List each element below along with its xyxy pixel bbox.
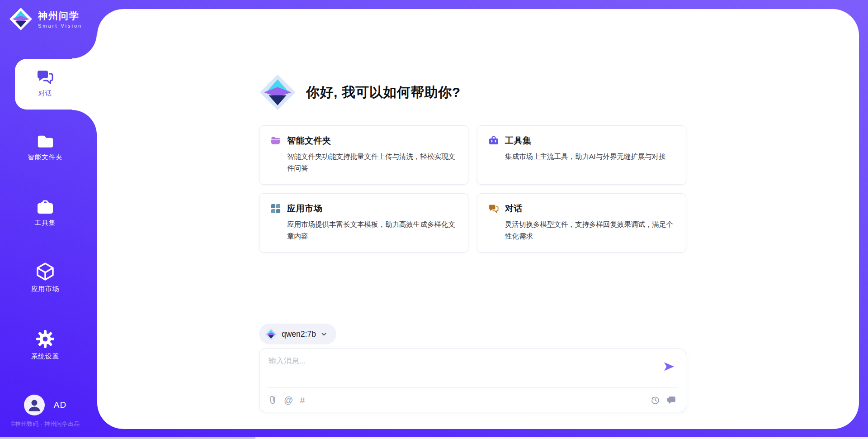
brand-logo: 神州问学 Smart Vision [9, 7, 82, 31]
chat-bubbles-icon [36, 68, 54, 86]
chat-bubbles-icon [488, 203, 499, 214]
sidebar-item-label: 智能文件夹 [28, 153, 63, 162]
model-selector[interactable]: qwen2:7b [259, 324, 336, 344]
user-profile[interactable]: AD [0, 395, 90, 415]
sidebar: 神州问学 Smart Vision 对话 智能文件夹 工具集 [0, 0, 97, 439]
sidebar-item-toolset[interactable]: 工具集 [0, 198, 90, 227]
brand-diamond-icon [9, 7, 33, 31]
card-title: 应用市场 [287, 203, 322, 215]
sidebar-item-chat[interactable]: 对话 [0, 68, 90, 98]
folder-icon [36, 133, 55, 150]
card-description: 应用市场提供丰富长文本模板，助力高效生成多样化文章内容 [287, 219, 457, 242]
greeting-block: 你好, 我可以如何帮助你? [259, 74, 461, 111]
card-title: 智能文件夹 [287, 135, 331, 147]
sidebar-item-label: 系统设置 [31, 352, 59, 361]
card-smart-folder[interactable]: 智能文件夹 智能文件夹功能支持批量文件上传与清洗，轻松实现文件问答 [259, 125, 468, 185]
copyright-footer: ©神州数码 · 神州问学出品 [0, 420, 90, 428]
folder-open-icon [270, 135, 281, 146]
person-icon [24, 395, 45, 415]
message-composer: @ # [259, 348, 686, 412]
mention-icon[interactable]: @ [284, 396, 293, 405]
sidebar-item-label: 工具集 [35, 219, 56, 227]
brand-name: 神州问学 [38, 10, 82, 22]
brand-diamond-icon [259, 74, 296, 111]
briefcase-icon [36, 198, 54, 215]
brand-subtitle: Smart Vision [38, 23, 82, 29]
horizontal-scrollbar [0, 437, 868, 439]
model-name: qwen2:7b [282, 329, 316, 339]
message-input[interactable] [259, 349, 686, 387]
card-chat[interactable]: 对话 灵活切换多模型文件，支持多样回复效果调试，满足个性化需求 [477, 193, 686, 253]
feature-cards: 智能文件夹 智能文件夹功能支持批量文件上传与清洗，轻松实现文件问答 工具集 集成… [259, 125, 686, 253]
chat-square-icon[interactable] [667, 395, 677, 405]
scrollbar-thumb[interactable] [0, 437, 255, 439]
sidebar-item-label: 对话 [38, 89, 52, 98]
sidebar-item-label: 应用市场 [31, 285, 59, 293]
greeting-title: 你好, 我可以如何帮助你? [306, 83, 461, 102]
card-toolset[interactable]: 工具集 集成市场上主流工具，助力AI与外界无缝扩展与对接 [477, 125, 686, 185]
sidebar-item-app-market[interactable]: 应用市场 [0, 262, 90, 293]
user-name: AD [54, 400, 66, 410]
brand-diamond-icon [265, 328, 277, 340]
briefcase-icon [488, 135, 499, 146]
send-icon[interactable] [663, 361, 675, 372]
grid-icon [270, 203, 281, 214]
paperclip-icon[interactable] [269, 395, 277, 405]
hash-icon[interactable]: # [300, 396, 305, 405]
card-app-market[interactable]: 应用市场 应用市场提供丰富长文本模板，助力高效生成多样化文章内容 [259, 193, 468, 253]
sidebar-item-settings[interactable]: 系统设置 [0, 329, 90, 361]
history-icon[interactable] [650, 395, 660, 405]
card-description: 智能文件夹功能支持批量文件上传与清洗，轻松实现文件问答 [287, 151, 457, 174]
card-title: 工具集 [505, 135, 532, 147]
card-description: 集成市场上主流工具，助力AI与外界无缝扩展与对接 [505, 151, 675, 162]
main-panel: 你好, 我可以如何帮助你? 智能文件夹 智能文件夹功能支持批量文件上传与清洗，轻… [97, 9, 859, 429]
cube-icon [35, 262, 55, 282]
sidebar-item-smart-folder[interactable]: 智能文件夹 [0, 133, 90, 162]
card-title: 对话 [505, 203, 523, 215]
card-description: 灵活切换多模型文件，支持多样回复效果调试，满足个性化需求 [505, 219, 675, 242]
gear-icon [35, 329, 55, 349]
chevron-down-icon [321, 331, 327, 338]
